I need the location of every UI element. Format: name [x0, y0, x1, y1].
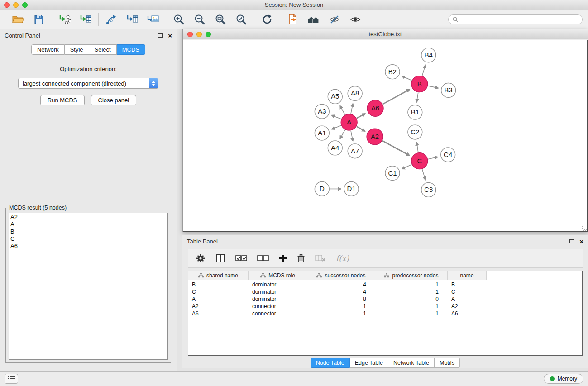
zoom-out-button[interactable] — [192, 12, 207, 27]
import-network-button[interactable] — [57, 12, 72, 27]
task-history-button[interactable] — [5, 374, 18, 384]
deselect-all-button[interactable] — [257, 255, 269, 262]
export-image-button[interactable] — [146, 12, 160, 27]
select-all-button[interactable] — [235, 255, 247, 262]
graph-node-B4[interactable]: B4 — [421, 48, 436, 62]
graph-node-A1[interactable]: A1 — [315, 126, 329, 140]
show-columns-button[interactable] — [215, 254, 225, 263]
graph-edge-C-C3[interactable] — [422, 169, 425, 180]
table-row[interactable]: B dominator 4 1 B — [188, 281, 582, 288]
import-table-button[interactable] — [78, 12, 93, 27]
open-session-button[interactable] — [11, 12, 25, 27]
graph-node-A8[interactable]: A8 — [348, 86, 362, 101]
graph-edge-C-C2[interactable] — [416, 143, 418, 152]
minimize-network-window-icon[interactable] — [196, 32, 202, 37]
graph-node-C1[interactable]: C1 — [385, 166, 400, 181]
table-row[interactable]: A2 connector 1 1 A2 — [188, 303, 582, 310]
graph-node-C2[interactable]: C2 — [408, 125, 422, 139]
network-table-button[interactable] — [125, 12, 139, 27]
cell-shared-name[interactable]: A6 — [188, 310, 249, 317]
cell-mcds-role[interactable]: dominator — [249, 289, 307, 295]
table-row[interactable]: A dominator 8 0 A — [188, 295, 582, 303]
close-window-icon[interactable] — [4, 2, 10, 8]
graph-edge-A-A2[interactable] — [357, 126, 365, 131]
hide-details-button[interactable] — [327, 12, 342, 27]
tab-network[interactable]: Network — [31, 44, 65, 55]
cell-predecessor-nodes[interactable]: 0 — [375, 296, 448, 302]
new-network-from-selection-button[interactable] — [104, 12, 119, 27]
network-graph[interactable]: AA1A2A3A4A5A6A7A8BB1B2B3B4CC1C2C3C4DD1 — [183, 40, 587, 231]
close-network-window-icon[interactable] — [187, 32, 193, 37]
graph-edge-B-B2[interactable] — [402, 76, 412, 81]
maximize-network-window-icon[interactable] — [206, 32, 211, 37]
cell-shared-name[interactable]: B — [188, 281, 249, 288]
mcds-result-item[interactable]: A — [10, 221, 166, 228]
zoom-selected-button[interactable] — [234, 12, 249, 27]
cell-name[interactable]: A — [448, 296, 487, 302]
graph-node-C4[interactable]: C4 — [441, 148, 455, 162]
graph-node-B[interactable]: B — [411, 76, 428, 92]
graph-edge-C-C1[interactable] — [402, 164, 412, 169]
table-settings-button[interactable] — [196, 253, 206, 263]
graph-edge-A-A3[interactable] — [332, 115, 341, 119]
function-builder-button[interactable]: f(x) — [336, 254, 349, 263]
cell-shared-name[interactable]: C — [188, 289, 249, 295]
graph-node-A5[interactable]: A5 — [328, 89, 342, 104]
cell-mcds-role[interactable]: dominator — [249, 296, 307, 302]
cell-predecessor-nodes[interactable]: 1 — [375, 289, 448, 295]
mcds-result-item[interactable]: B — [10, 228, 166, 235]
table-row[interactable]: A6 connector 1 1 A6 — [188, 310, 582, 317]
graph-node-A2[interactable]: A2 — [367, 129, 383, 145]
cell-shared-name[interactable]: A2 — [188, 303, 249, 310]
show-details-button[interactable] — [348, 12, 363, 27]
graph-edge-A-A4[interactable] — [340, 130, 345, 139]
graph-node-B3[interactable]: B3 — [441, 83, 456, 98]
mcds-result-item[interactable]: A2 — [10, 214, 166, 221]
resize-grip[interactable] — [582, 225, 588, 231]
export-document-button[interactable] — [286, 12, 300, 27]
mcds-result-item[interactable]: A6 — [10, 243, 166, 250]
minimize-window-icon[interactable] — [13, 2, 19, 8]
network-window-titlebar[interactable]: testGlobe.txt — [183, 29, 588, 39]
graph-edge-A2-C[interactable] — [382, 141, 410, 156]
table-row[interactable]: C dominator 4 1 C — [188, 288, 582, 295]
cell-name[interactable]: C — [448, 289, 487, 295]
close-table-panel-icon[interactable]: × — [579, 238, 583, 245]
cell-name[interactable]: B — [448, 281, 487, 288]
cell-shared-name[interactable]: A — [188, 296, 249, 302]
cell-successor-nodes[interactable]: 8 — [307, 296, 375, 302]
cell-mcds-role[interactable]: connector — [249, 310, 307, 317]
save-session-button[interactable] — [32, 12, 46, 27]
cell-name[interactable]: A2 — [448, 303, 487, 310]
network-canvas[interactable]: AA1A2A3A4A5A6A7A8BB1B2B3B4CC1C2C3C4DD1 — [183, 40, 588, 232]
cell-mcds-role[interactable]: dominator — [249, 281, 307, 288]
graph-edge-A-A7[interactable] — [351, 131, 353, 141]
graph-edge-A6-B[interactable] — [383, 90, 410, 105]
graph-edge-A-A8[interactable] — [351, 104, 353, 114]
column-header-name[interactable]: name — [448, 271, 487, 280]
tab-mcds[interactable]: MCDS — [117, 44, 145, 55]
graph-edge-A-A6[interactable] — [357, 114, 365, 118]
delete-table-button[interactable] — [315, 254, 326, 262]
run-mcds-button[interactable]: Run MCDS — [40, 95, 85, 105]
graph-edge-B-B4[interactable] — [422, 65, 425, 76]
close-panel-button[interactable]: Close panel — [91, 95, 137, 105]
column-header-successor-nodes[interactable]: successor nodes — [307, 271, 375, 280]
close-panel-icon[interactable]: × — [168, 32, 172, 39]
cell-name[interactable]: A6 — [448, 310, 487, 317]
zoom-fit-button[interactable] — [213, 12, 228, 27]
add-column-button[interactable] — [279, 254, 287, 262]
optimization-dropdown[interactable]: largest connected component (directed) — [18, 78, 158, 89]
graph-node-A[interactable]: A — [341, 114, 357, 130]
memory-button[interactable]: Memory — [544, 374, 583, 384]
graph-edge-B-B3[interactable] — [428, 86, 438, 88]
graph-edge-C-C4[interactable] — [428, 157, 438, 159]
cell-predecessor-nodes[interactable]: 1 — [375, 281, 448, 288]
graph-node-A6[interactable]: A6 — [367, 100, 383, 116]
search-input[interactable] — [461, 16, 578, 23]
graph-edge-A-A5[interactable] — [340, 106, 345, 115]
graph-node-B2[interactable]: B2 — [385, 65, 400, 79]
home-button[interactable] — [306, 12, 321, 27]
zoom-in-button[interactable] — [172, 12, 186, 27]
graph-node-D1[interactable]: D1 — [344, 182, 359, 196]
